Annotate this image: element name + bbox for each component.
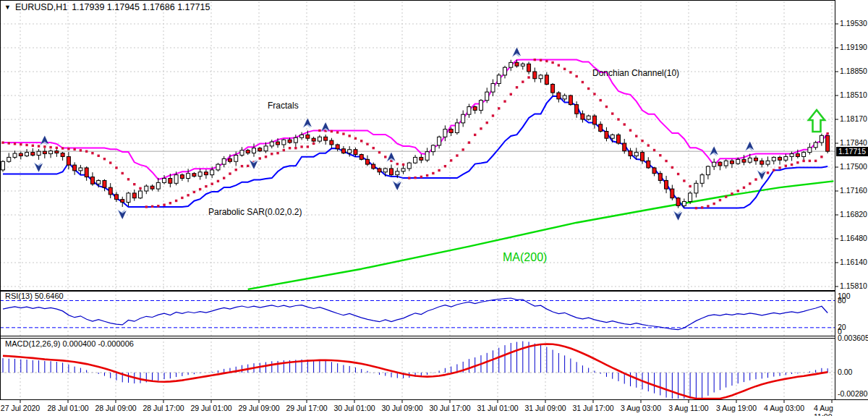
macd-axis-label: 0.003605 [838, 334, 868, 342]
time-axis-label: 31 Jul 09:00 [524, 404, 566, 412]
time-axis-label: 4 Aug 11:00 [814, 404, 850, 416]
chart-title-bar: ▼ EURUSD,H1 1.17939 1.17945 1.17686 1.17… [4, 2, 210, 12]
price-axis-label: 1.16820 [840, 211, 867, 218]
price-axis-label: 1.19530 [840, 20, 867, 27]
price-axis-label: 1.18510 [840, 91, 867, 99]
rsi-axis-label: 80 [838, 297, 846, 305]
price-axis-label: 1.15810 [840, 282, 867, 290]
rsi-indicator-label: RSI(13) 50.6460 [5, 292, 64, 300]
macd-indicator-label: MACD(12,26,9) 0.000400 -0.000006 [5, 339, 134, 348]
chart-window: ▼ EURUSD,H1 1.17939 1.17945 1.17686 1.17… [0, 0, 868, 416]
time-axis-label: 28 Jul 01:00 [47, 404, 88, 412]
time-axis-label: 31 Jul 17:00 [572, 404, 613, 412]
price-axis-label: 1.16480 [840, 234, 867, 242]
time-axis-label: 3 Aug 11:00 [668, 404, 708, 412]
price-axis-label: 1.17500 [840, 163, 867, 171]
time-axis-label: 28 Jul 17:00 [142, 404, 184, 412]
chart-canvas[interactable] [0, 0, 868, 416]
time-axis-label: 30 Jul 01:00 [333, 404, 375, 412]
time-axis-label: 27 Jul 2020 [1, 404, 40, 412]
time-axis-label: 30 Jul 17:00 [429, 404, 470, 412]
price-axis-label: 1.16140 [840, 258, 867, 266]
price-axis-label: 1.18850 [840, 67, 867, 75]
symbol-period-label: EURUSD,H1 [15, 2, 67, 12]
time-axis-label: 29 Jul 17:00 [286, 404, 327, 412]
buy-signal-arrow-icon [809, 110, 825, 132]
macd-axis-label: 0.00 [838, 368, 852, 376]
price-axis-label: 1.17840 [840, 139, 867, 147]
time-axis-label: 3 Aug 03:00 [621, 404, 661, 412]
donchian-label: Donchian Channel(10) [592, 68, 679, 78]
time-axis-label: 4 Aug 03:00 [764, 404, 804, 412]
symbol-dropdown-icon[interactable]: ▼ [4, 4, 11, 11]
macd-axis-label: -0.002806 [838, 390, 868, 398]
current-price-badge: 1.17715 [836, 147, 868, 156]
ma200-label: MA(200) [503, 251, 547, 264]
price-axis-label: 1.19190 [840, 43, 867, 51]
time-axis-label: 30 Jul 09:00 [381, 404, 422, 412]
price-axis-label: 1.18170 [840, 115, 867, 123]
ohlc-values: 1.17939 1.17945 1.17686 1.17715 [72, 2, 210, 12]
price-axis-label: 1.17160 [840, 187, 867, 195]
time-axis-label: 29 Jul 09:00 [238, 404, 279, 412]
time-axis-label: 28 Jul 09:00 [95, 404, 136, 412]
parabolic-sar-label: Parabolic SAR(0.02,0.2) [208, 207, 302, 217]
time-axis-label: 29 Jul 01:00 [190, 404, 231, 412]
time-axis-label: 31 Jul 01:00 [477, 404, 518, 412]
time-axis-label: 3 Aug 19:00 [716, 404, 757, 412]
fractals-label: Fractals [268, 101, 299, 111]
